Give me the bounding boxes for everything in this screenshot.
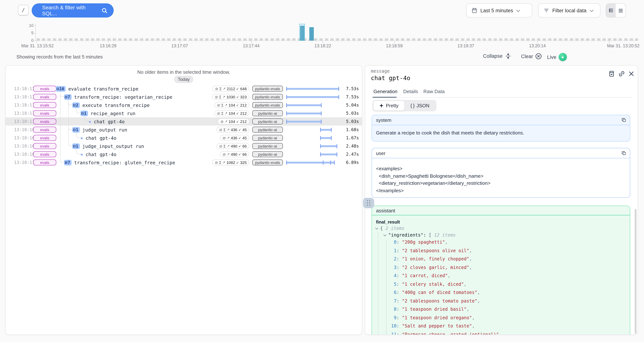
json-array-item: 10: "Salt and pepper to taste", — [388, 323, 474, 328]
search-button[interactable]: Search & filter with SQL... — [32, 3, 114, 18]
bar-cap — [331, 128, 332, 132]
tree-connector — [76, 150, 81, 154]
timeline-histogram[interactable]: 1050Mar 31. 13:15:5213:16:2913:17:0713:1… — [0, 21, 644, 51]
close-icon[interactable] — [628, 70, 635, 77]
json-array-item: 0: "200g spaghetti", — [388, 240, 448, 245]
evals-badge[interactable]: evals — [33, 127, 56, 133]
tab-raw-data[interactable]: Raw Data — [423, 89, 444, 94]
node-toggle-chip[interactable]: ⊞7 — [64, 160, 72, 165]
node-toggle-chip[interactable]: ⊟1 — [72, 127, 80, 132]
evals-badge[interactable]: evals — [33, 118, 56, 124]
grip-dots-icon — [367, 200, 368, 201]
output-tokens: 45 — [242, 128, 247, 132]
pin-panel-icon[interactable] — [608, 70, 615, 77]
evals-badge[interactable]: evals — [33, 135, 56, 141]
node-toggle-chip[interactable]: ⊟1 — [80, 110, 88, 116]
node-toggle-chip[interactable]: ⊟2 — [72, 102, 80, 108]
input-tokens: 490 — [231, 152, 237, 156]
live-toggle[interactable]: Live ◆ — [547, 53, 567, 61]
token-usage-chip: ⊘ ↗104 ↙212 — [218, 118, 249, 124]
tab-generation[interactable]: Generation — [374, 89, 398, 94]
trace-row[interactable]: 13:18:11 evals ⊟7 transform_recipe: vege… — [6, 93, 362, 101]
node-toggle-chip[interactable]: ⊟7 — [64, 94, 72, 100]
json-array-item: 5: "1 celery stalk, diced", — [388, 282, 466, 287]
trace-row[interactable]: 13:18:16 evals ⊟1 judge_output run ⊘ Σ ↗… — [6, 126, 362, 134]
x-tick-mark — [36, 41, 37, 43]
trace-row[interactable]: 13:18:11 evals ⊞7 transform_recipe: glut… — [6, 158, 362, 166]
trace-row[interactable]: 13:18:16 evals ◆ chat gpt-4o ⊘ ↗436 ↙45 … — [6, 134, 362, 142]
bar-cap — [286, 103, 287, 107]
x-tick-label: Mar 31. 13:15:52 — [21, 44, 54, 48]
list-view-button[interactable] — [616, 4, 625, 17]
evals-badge[interactable]: evals — [33, 151, 56, 157]
json-tree-viewer: { 2 items"ingredients": [ 12 items0: "20… — [372, 206, 630, 335]
detail-scrollbar-thumb[interactable] — [635, 209, 636, 334]
date-chip: Today — [174, 76, 194, 83]
trace-row[interactable]: 13:18:11 evals ⊟16 evaluate transform_re… — [6, 84, 362, 93]
tab-details[interactable]: Details — [403, 89, 418, 94]
render-mode-toggle: Pretty { } JSON — [372, 100, 436, 112]
duration-bar — [286, 104, 322, 106]
toggle-box-icon: ⊞ — [65, 160, 67, 165]
json-key-line: "ingredients": [ 12 items — [384, 232, 456, 238]
y-tick-mark — [34, 33, 36, 34]
role-label: user — [376, 150, 386, 156]
tree-view-button[interactable] — [606, 4, 616, 17]
panel-resize-handle[interactable] — [363, 198, 374, 208]
evals-badge[interactable]: evals — [33, 86, 56, 92]
y-axis-line — [36, 24, 36, 41]
evals-badge[interactable]: evals — [33, 110, 56, 116]
row-timestamp: 13:18:11 — [12, 160, 35, 165]
tokens-icon: ⊘ — [215, 86, 218, 91]
waterfall-track — [286, 142, 339, 150]
node-toggle-chip[interactable]: ⊟16 — [56, 86, 66, 92]
time-range-button[interactable]: Last 5 minutes — [466, 3, 532, 18]
tokens-icon: ⊘ — [223, 152, 226, 156]
evals-badge[interactable]: evals — [33, 143, 56, 149]
trace-row[interactable]: 13:18:11 evals ⊟2 execute transform_reci… — [6, 101, 362, 109]
toggle-box-icon: ⊟ — [81, 111, 84, 116]
bar-cap — [323, 160, 324, 164]
circle-x-icon — [535, 53, 542, 60]
token-usage-chip: ⊘ Σ ↗1082 ↙325 — [212, 160, 249, 166]
evals-badge[interactable]: evals — [33, 102, 56, 108]
clear-button[interactable]: Clear — [521, 53, 542, 60]
output-tokens-arrow-icon: ↙ — [236, 87, 239, 90]
system-card-header: system — [372, 115, 630, 125]
filter-local-data-button[interactable]: Filter local data — [538, 3, 600, 18]
collapse-button[interactable]: Collapse — [483, 53, 511, 59]
json-mode-button[interactable]: { } JSON — [404, 101, 436, 110]
trace-row[interactable]: 13:18:11 evals ◆ chat gpt-4o ⊘ ↗104 ↙212… — [6, 117, 362, 126]
pretty-mode-button[interactable]: Pretty — [373, 101, 404, 110]
histogram-bar[interactable] — [309, 27, 314, 40]
slash-shortcut-key[interactable]: / — [18, 5, 29, 16]
x-tick-label: 13:20:14 — [529, 44, 546, 48]
toggle-box-icon: ⊟ — [73, 144, 76, 148]
output-tokens: 212 — [240, 111, 247, 116]
trace-row[interactable]: 13:18:16 evals ⊟1 judge_input_output run… — [6, 142, 362, 150]
x-tick-label: 13:17:07 — [171, 44, 188, 48]
row-timestamp: 13:18:16 — [12, 135, 35, 140]
time-range-label: Last 5 minutes — [480, 8, 513, 13]
copy-icon[interactable] — [621, 117, 626, 122]
child-count: 16 — [60, 86, 64, 91]
output-tokens: 325 — [240, 160, 247, 165]
sigma-icon: Σ — [219, 95, 222, 99]
token-usage-chip: ⊘ Σ ↗104 ↙212 — [214, 110, 249, 116]
duration-bar — [286, 96, 339, 98]
trace-row[interactable]: 13:18:16 evals ◆ chat gpt-4o ⊘ ↗490 ↙66 … — [6, 150, 362, 158]
trace-row[interactable]: 13:18:11 evals ⊟1 recipe_agent run ⊘ Σ ↗… — [6, 109, 362, 117]
x-axis-line — [36, 40, 638, 41]
toggle-box-icon: ⊟ — [73, 103, 76, 108]
copy-icon[interactable] — [621, 150, 626, 156]
node-toggle-chip[interactable]: ⊟1 — [72, 143, 80, 149]
x-tick-label: 13:17:44 — [243, 44, 260, 48]
evals-badge[interactable]: evals — [33, 160, 56, 166]
evals-badge[interactable]: evals — [33, 94, 56, 100]
duration-label: 1.68s — [336, 127, 359, 132]
bar-cap — [330, 160, 331, 164]
tokens-icon: ⊘ — [217, 111, 220, 115]
copy-link-icon[interactable] — [618, 70, 625, 77]
trace-list-panel: No older items in the selected time wind… — [5, 65, 362, 335]
toggle-box-icon: ⊟ — [65, 94, 67, 99]
